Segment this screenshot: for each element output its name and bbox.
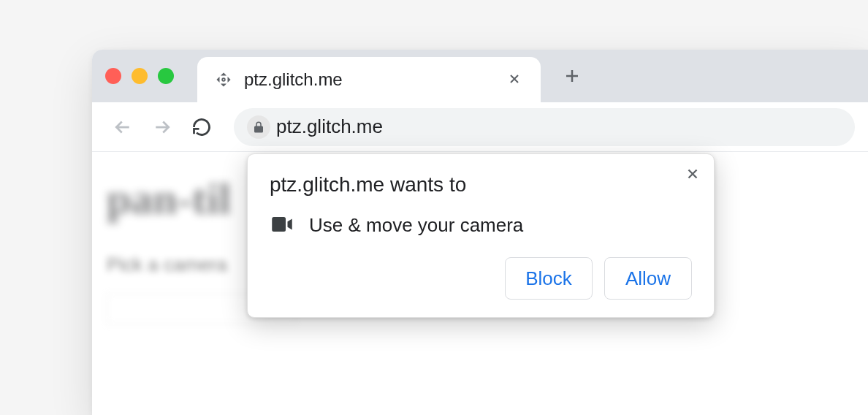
window-controls	[105, 68, 174, 84]
prompt-close-button[interactable]	[685, 166, 701, 185]
back-button[interactable]	[105, 110, 140, 145]
block-button[interactable]: Block	[505, 257, 593, 300]
new-tab-button[interactable]	[554, 58, 590, 94]
prompt-title: ptz.glitch.me wants to	[270, 173, 692, 197]
reload-button[interactable]	[184, 110, 219, 145]
window-close-button[interactable]	[105, 68, 121, 84]
window-minimize-button[interactable]	[132, 68, 148, 84]
camera-icon	[271, 216, 293, 235]
toolbar: ptz.glitch.me	[92, 102, 868, 152]
prompt-actions: Block Allow	[270, 257, 692, 300]
tab-close-button[interactable]	[504, 66, 525, 93]
prompt-permission-row: Use & move your camera	[270, 214, 692, 237]
address-bar[interactable]: ptz.glitch.me	[234, 108, 855, 146]
svg-point-0	[222, 78, 225, 81]
tab-title: ptz.glitch.me	[244, 69, 504, 90]
url-text: ptz.glitch.me	[276, 115, 383, 138]
allow-button[interactable]: Allow	[604, 257, 692, 300]
lock-icon[interactable]	[247, 115, 270, 139]
tab-strip: ptz.glitch.me	[92, 50, 868, 102]
browser-tab[interactable]: ptz.glitch.me	[197, 57, 541, 102]
window-maximize-button[interactable]	[158, 68, 174, 84]
permission-prompt: ptz.glitch.me wants to Use & move your c…	[247, 153, 715, 318]
tab-favicon-move-icon	[213, 69, 234, 90]
prompt-message: Use & move your camera	[309, 214, 523, 237]
forward-button[interactable]	[145, 110, 180, 145]
